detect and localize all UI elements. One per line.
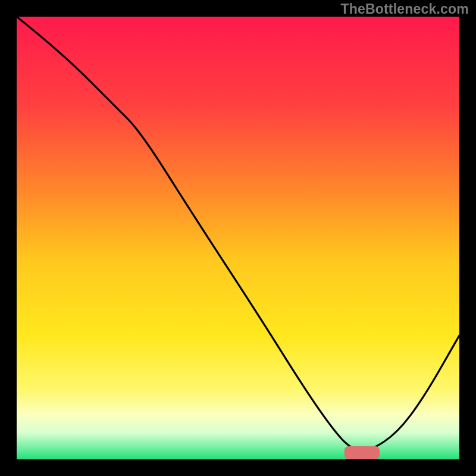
chart-background (17, 17, 459, 459)
bottleneck-chart (0, 0, 476, 476)
watermark-text: TheBottleneck.com (340, 1, 469, 17)
optimal-marker (345, 446, 380, 459)
chart-frame: TheBottleneck.com (0, 0, 476, 476)
